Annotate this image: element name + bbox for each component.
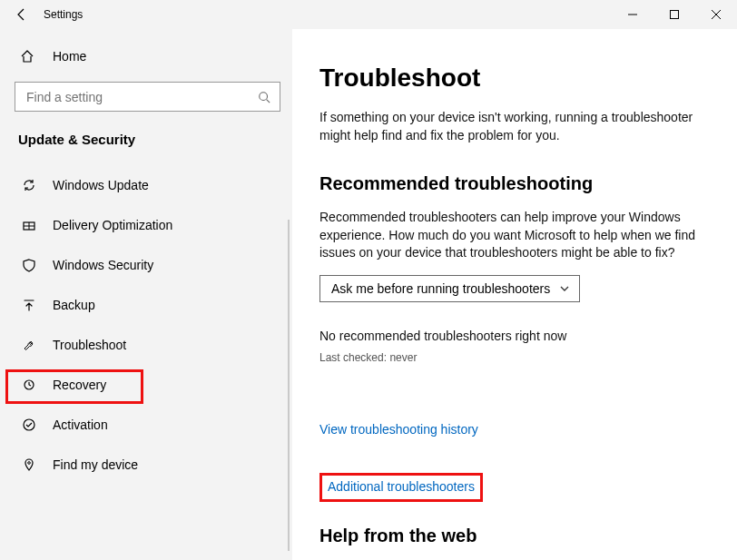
- search-icon: [258, 91, 270, 103]
- svg-point-4: [260, 92, 268, 100]
- section-help-heading: Help from the web: [319, 526, 728, 546]
- highlight-box-additional: Additional troubleshooters: [319, 473, 483, 502]
- sidebar-item-label: Delivery Optimization: [53, 218, 172, 232]
- sidebar-item-label: Backup: [53, 298, 95, 312]
- section-recommended-body: Recommended troubleshooters can help imp…: [319, 209, 710, 262]
- dropdown-value: Ask me before running troubleshooters: [331, 281, 550, 296]
- sidebar-item-activation[interactable]: Activation: [0, 405, 292, 445]
- wrench-icon: [20, 338, 38, 352]
- sidebar-item-backup[interactable]: Backup: [0, 285, 292, 325]
- search-input[interactable]: [15, 82, 280, 112]
- sidebar-item-label: Troubleshoot: [53, 338, 126, 352]
- home-icon: [20, 49, 38, 64]
- sidebar-item-label: Find my device: [53, 457, 138, 472]
- page-title: Troubleshoot: [319, 64, 728, 93]
- shield-icon: [20, 258, 38, 272]
- home-nav[interactable]: Home: [0, 38, 292, 74]
- sidebar-item-label: Activation: [53, 418, 108, 432]
- sidebar: Home Update & Security Windows Update: [0, 29, 292, 560]
- delivery-icon: [20, 218, 38, 232]
- close-button[interactable]: [695, 0, 737, 29]
- minimize-button[interactable]: [612, 0, 653, 29]
- sidebar-item-troubleshoot[interactable]: Troubleshoot: [0, 325, 292, 365]
- maximize-button[interactable]: [653, 0, 695, 29]
- sidebar-item-delivery-optimization[interactable]: Delivery Optimization: [0, 205, 292, 245]
- page-intro: If something on your device isn't workin…: [319, 109, 710, 144]
- sidebar-item-label: Windows Security: [53, 258, 153, 272]
- recommended-mode-dropdown[interactable]: Ask me before running troubleshooters: [319, 275, 580, 302]
- recommended-status: No recommended troubleshooters right now: [319, 328, 710, 346]
- sidebar-item-windows-security[interactable]: Windows Security: [0, 245, 292, 285]
- back-button[interactable]: [0, 0, 44, 29]
- backup-icon: [20, 298, 38, 312]
- search-field[interactable]: [25, 89, 258, 105]
- svg-point-9: [28, 462, 31, 465]
- section-recommended-heading: Recommended troubleshooting: [319, 173, 728, 194]
- svg-point-8: [24, 419, 34, 430]
- svg-rect-1: [671, 11, 679, 19]
- last-checked-text: Last checked: never: [319, 351, 728, 364]
- sidebar-item-label: Recovery: [53, 378, 106, 392]
- check-circle-icon: [20, 418, 38, 432]
- sidebar-item-label: Windows Update: [53, 178, 149, 192]
- additional-troubleshooters-link[interactable]: Additional troubleshooters: [328, 479, 475, 494]
- chevron-down-icon: [559, 283, 570, 294]
- window-title: Settings: [44, 8, 83, 21]
- category-header: Update & Security: [0, 112, 292, 152]
- content-pane: Troubleshoot If something on your device…: [292, 29, 737, 560]
- titlebar: Settings: [0, 0, 737, 29]
- sync-icon: [20, 178, 38, 192]
- view-history-link[interactable]: View troubleshooting history: [319, 422, 478, 437]
- sidebar-item-windows-update[interactable]: Windows Update: [0, 165, 292, 205]
- sidebar-item-recovery[interactable]: Recovery: [0, 365, 292, 405]
- location-icon: [20, 457, 38, 472]
- home-label: Home: [53, 49, 86, 64]
- svg-line-5: [267, 99, 270, 103]
- nav-list: Windows Update Delivery Optimization Win…: [0, 165, 292, 485]
- sidebar-item-find-my-device[interactable]: Find my device: [0, 445, 292, 485]
- recovery-icon: [20, 378, 38, 392]
- sidebar-scrollbar[interactable]: [288, 220, 290, 551]
